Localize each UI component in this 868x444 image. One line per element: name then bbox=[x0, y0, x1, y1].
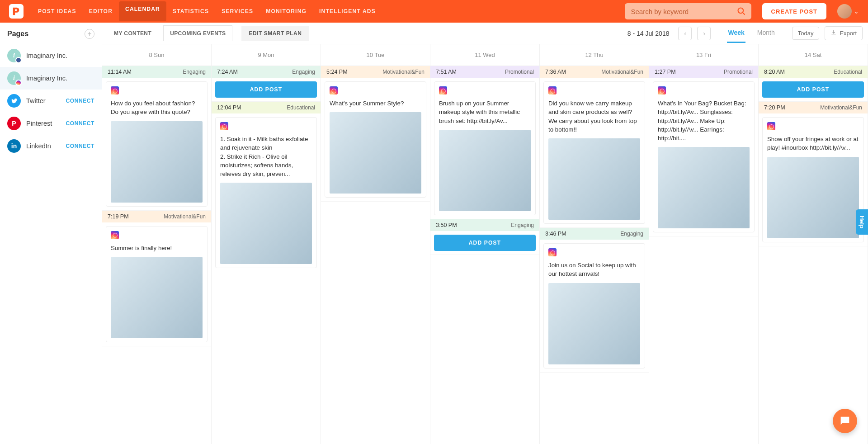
export-button[interactable]: Export bbox=[825, 26, 863, 40]
instagram-badge-icon bbox=[15, 80, 22, 86]
day-header: 10 Tue bbox=[321, 44, 430, 66]
tab-my-content[interactable]: MY CONTENT bbox=[108, 26, 158, 41]
chat-icon bbox=[839, 415, 851, 427]
slot-tag: Engaging bbox=[292, 69, 315, 75]
create-post-button[interactable]: CREATE POST bbox=[762, 3, 827, 19]
app-logo[interactable] bbox=[9, 4, 24, 19]
post-card[interactable]: ◯What's your Summer Style? bbox=[325, 81, 426, 198]
add-post-button[interactable]: ADD POST bbox=[762, 81, 864, 98]
page-item-0[interactable]: iImaginary Inc. bbox=[0, 44, 102, 67]
post-card[interactable]: ◯Brush up on your Summer makeup style wi… bbox=[434, 81, 536, 215]
post-text: Summer is finally here! bbox=[111, 244, 203, 252]
calendar-toolbar: MY CONTENT UPCOMING EVENTS EDIT SMART PL… bbox=[102, 23, 868, 44]
post-card[interactable]: ◯What's In Your Bag? Bucket Bag: http://… bbox=[653, 81, 755, 232]
connect-twitter[interactable]: TwitterCONNECT bbox=[0, 90, 102, 112]
instagram-icon: ◯ bbox=[548, 248, 557, 256]
tab-upcoming-events[interactable]: UPCOMING EVENTS bbox=[163, 25, 232, 41]
connect-pinterest[interactable]: PPinterestCONNECT bbox=[0, 112, 102, 135]
time-slot: 3:46 PMEngaging◯Join us on Social to kee… bbox=[540, 228, 649, 373]
next-week-button[interactable]: › bbox=[697, 27, 711, 40]
view-tab-month[interactable]: Month bbox=[756, 24, 776, 43]
post-card[interactable]: ◯Did you know we carry makeup and skin c… bbox=[543, 81, 645, 224]
slot-tag: Educational bbox=[287, 104, 315, 111]
view-tab-week[interactable]: Week bbox=[727, 24, 745, 43]
slot-time: 7:20 PM bbox=[764, 104, 785, 111]
chat-fab[interactable] bbox=[833, 409, 857, 433]
post-card[interactable]: ◯Show off your fringes at work or at pla… bbox=[762, 117, 864, 242]
day-header: 11 Wed bbox=[430, 44, 539, 66]
page-item-1[interactable]: iImaginary Inc. bbox=[0, 67, 102, 90]
nav-statistics[interactable]: STATISTICS bbox=[166, 1, 215, 21]
nav-calendar[interactable]: CALENDAR bbox=[119, 1, 166, 21]
post-card[interactable]: ◯Join us on Social to keep up with our h… bbox=[543, 243, 645, 368]
add-page-button[interactable]: + bbox=[85, 29, 94, 39]
post-image bbox=[548, 138, 640, 220]
add-post-button[interactable]: ADD POST bbox=[215, 81, 317, 98]
page-icon: i bbox=[7, 49, 21, 62]
post-card[interactable]: ◯How do you feel about fashion? Do you a… bbox=[106, 81, 208, 207]
slot-tag: Educational bbox=[834, 69, 862, 75]
nav-services[interactable]: SERVICES bbox=[215, 1, 259, 21]
slot-tag: Promotional bbox=[505, 69, 534, 75]
post-text: How do you feel about fashion? Do you ag… bbox=[111, 99, 203, 117]
slot-tag: Engaging bbox=[620, 231, 643, 237]
date-range: 8 - 14 Jul 2018 bbox=[627, 30, 670, 37]
slot-time: 1:27 PM bbox=[655, 69, 676, 75]
day-col-6: 14 Sat8:20 AMEducationalADD POST7:20 PMM… bbox=[759, 44, 868, 444]
download-icon bbox=[830, 29, 837, 37]
instagram-icon: ◯ bbox=[548, 86, 557, 94]
export-label: Export bbox=[840, 30, 857, 37]
nav-intelligent-ads[interactable]: INTELLIGENT ADS bbox=[313, 1, 382, 21]
post-image bbox=[548, 283, 640, 364]
nav-post-ideas[interactable]: POST IDEAS bbox=[32, 1, 83, 21]
day-col-2: 10 Tue5:24 PMMotivational&Fun◯What's you… bbox=[321, 44, 430, 444]
day-col-0: 8 Sun11:14 AMEngaging◯How do you feel ab… bbox=[102, 44, 212, 444]
prev-week-button[interactable]: ‹ bbox=[678, 27, 692, 40]
edit-smart-plan-button[interactable]: EDIT SMART PLAN bbox=[241, 26, 309, 41]
slot-tag: Promotional bbox=[724, 69, 753, 75]
page-label: Imaginary Inc. bbox=[26, 52, 94, 59]
time-slot: 7:19 PMMotivational&Fun◯Summer is finall… bbox=[102, 211, 211, 346]
slot-time: 8:20 AM bbox=[764, 69, 785, 75]
time-slot: 8:20 AMEducationalADD POST bbox=[759, 66, 868, 102]
day-col-3: 11 Wed7:51 AMPromotional◯Brush up on you… bbox=[430, 44, 540, 444]
today-button[interactable]: Today bbox=[792, 27, 820, 40]
search-icon bbox=[737, 7, 746, 17]
slot-time: 11:14 AM bbox=[108, 69, 132, 75]
connect-link[interactable]: CONNECT bbox=[66, 98, 94, 104]
help-tab[interactable]: Help bbox=[856, 209, 868, 235]
post-image bbox=[658, 147, 750, 228]
slot-time: 3:46 PM bbox=[545, 231, 566, 237]
view-tabs: Week Month bbox=[727, 24, 775, 43]
day-header: 12 Thu bbox=[540, 44, 649, 66]
post-text: What's your Summer Style? bbox=[330, 99, 421, 108]
slot-tag: Motivational&Fun bbox=[820, 104, 862, 111]
post-text: Brush up on your Summer makeup style wit… bbox=[439, 99, 531, 125]
time-slot: 7:36 AMMotivational&Fun◯Did you know we … bbox=[540, 66, 649, 228]
slot-time: 7:24 AM bbox=[217, 69, 238, 75]
add-post-button[interactable]: ADD POST bbox=[434, 235, 536, 251]
time-slot: 11:14 AMEngaging◯How do you feel about f… bbox=[102, 66, 211, 211]
linkedin-icon: in bbox=[7, 139, 21, 153]
svg-line-1 bbox=[742, 13, 745, 15]
instagram-icon: ◯ bbox=[220, 122, 228, 130]
instagram-icon: ◯ bbox=[111, 231, 119, 239]
slot-tag: Motivational&Fun bbox=[164, 213, 206, 220]
post-card[interactable]: ◯Summer is finally here! bbox=[106, 226, 208, 342]
connect-link[interactable]: CONNECT bbox=[66, 143, 94, 149]
connect-link[interactable]: CONNECT bbox=[66, 120, 94, 127]
search-input[interactable] bbox=[625, 3, 751, 19]
nav-editor[interactable]: EDITOR bbox=[83, 1, 119, 21]
user-menu[interactable]: ⌄ bbox=[837, 4, 859, 19]
connect-linkedin[interactable]: inLinkedInCONNECT bbox=[0, 135, 102, 157]
post-image bbox=[330, 112, 421, 194]
slot-time: 5:24 PM bbox=[326, 69, 348, 75]
slot-tag: Engaging bbox=[183, 69, 206, 75]
slot-time: 3:50 PM bbox=[436, 222, 457, 228]
nav-monitoring[interactable]: MONITORING bbox=[259, 1, 313, 21]
post-image bbox=[439, 130, 531, 211]
post-card[interactable]: ◯1. Soak in it - Milk baths exfoliate an… bbox=[215, 117, 317, 268]
day-col-5: 13 Fri1:27 PMPromotional◯What's In Your … bbox=[649, 44, 759, 444]
slot-time: 7:36 AM bbox=[545, 69, 566, 75]
time-slot: 7:24 AMEngagingADD POST bbox=[212, 66, 321, 102]
